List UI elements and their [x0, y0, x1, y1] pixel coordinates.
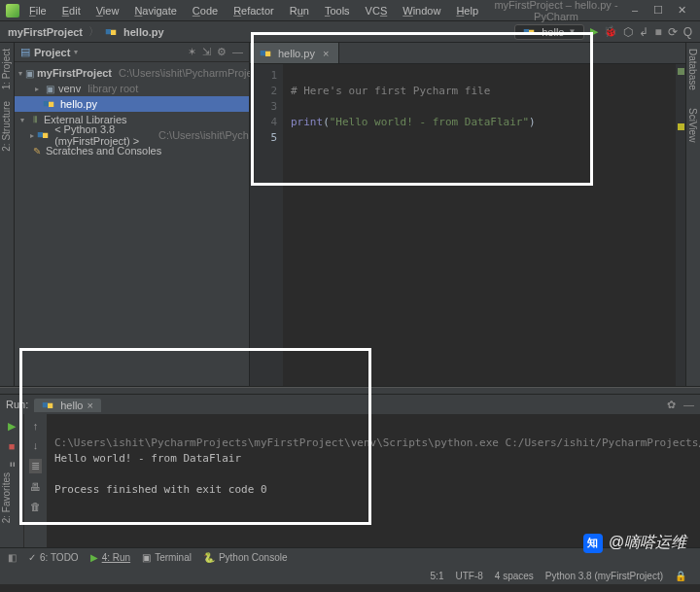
tool-tab-structure[interactable]: 2: Structure — [0, 95, 13, 157]
run-tool-window: Run: hello × ✿ — ▶ ■ ⏸ ↑ ↓ ≣ 🖶 🗑 C:\User… — [0, 386, 700, 547]
editor-content[interactable]: # Here's our first Pycharm file print("H… — [283, 64, 676, 386]
soft-wrap-icon[interactable]: ≣ — [29, 459, 42, 473]
menu-file[interactable]: FFileile — [23, 5, 52, 17]
tool-tab-todo[interactable]: ✓6: TODO — [28, 552, 79, 563]
window-title: myFirstProject – hello.py - PyCharm — [488, 0, 624, 22]
menu-window[interactable]: Window — [397, 5, 446, 17]
marker-ok-icon — [678, 68, 684, 75]
console-output[interactable]: C:\Users\ishit\PycharmProjects\myFirstPr… — [47, 414, 700, 547]
tree-item-hello-py[interactable]: hello.py — [15, 96, 249, 112]
library-icon: ⫴ — [29, 114, 41, 125]
python-env-path: C:\Users\ishit\Pych — [158, 129, 249, 141]
console-exit-line: Process finished with exit code 0 — [54, 483, 267, 496]
trash-icon[interactable]: 🗑 — [30, 501, 41, 512]
zhihu-logo-icon: 知 — [583, 534, 603, 553]
editor-gutter[interactable]: 1 2 3 4 5 — [250, 64, 283, 386]
svg-rect-11 — [48, 403, 52, 408]
up-stack-icon[interactable]: ↑ — [33, 420, 39, 432]
window-minimize-icon[interactable]: – — [628, 4, 642, 17]
lock-icon[interactable]: 🔒 — [669, 571, 692, 581]
project-tool-window: ▤ Project ▾ ✶ ⇲ ⚙ — ▾ ▣ myFirstProject C… — [15, 43, 250, 386]
settings-icon[interactable]: ⚙ — [217, 46, 227, 58]
tree-item-venv[interactable]: venv — [58, 83, 81, 94]
tool-tab-python-console[interactable]: 🐍Python Console — [203, 552, 288, 563]
stop-button[interactable]: ■ — [654, 25, 661, 39]
close-tab-icon[interactable]: × — [323, 48, 329, 59]
code-line-1: # Here's our first Pycharm file — [291, 85, 490, 97]
python-icon — [37, 129, 49, 141]
status-encoding[interactable]: UTF-8 — [449, 571, 488, 581]
run-hide-icon[interactable]: — — [683, 399, 694, 411]
window-maximize-icon[interactable]: ☐ — [651, 4, 665, 17]
update-button[interactable]: ⟳ — [668, 25, 678, 39]
menu-edit[interactable]: Edit — [56, 5, 87, 17]
tool-tab-database[interactable]: Database — [686, 43, 699, 96]
hide-icon[interactable]: — — [232, 46, 243, 58]
editor-tab-hello-py[interactable]: hello.py × — [250, 43, 339, 63]
menu-run[interactable]: Run — [284, 5, 315, 17]
run-configuration-selector[interactable]: hello ▼ — [514, 24, 584, 40]
coverage-button[interactable]: ⬡ — [623, 25, 633, 39]
editor-area: hello.py × 1 2 3 4 5 # Here's our first … — [250, 43, 685, 386]
tool-tab-sciview[interactable]: SciView — [686, 102, 699, 148]
window-close-icon[interactable]: ✕ — [675, 4, 688, 17]
run-tab-hello[interactable]: hello × — [34, 399, 101, 412]
chevron-right-icon[interactable]: ▸ — [33, 85, 41, 93]
python-file-icon — [42, 400, 53, 411]
svg-rect-1 — [111, 29, 116, 34]
watermark: 知 @嘀嗒运维 — [583, 533, 686, 553]
collapse-icon[interactable]: ⇲ — [202, 46, 211, 58]
chevron-down-icon[interactable]: ▾ — [74, 48, 78, 56]
menu-tools[interactable]: Tools — [319, 5, 356, 17]
project-root[interactable]: myFirstProject — [37, 67, 112, 79]
tool-tab-run[interactable]: ▶4: Run — [90, 552, 130, 563]
python-file-icon — [523, 26, 535, 38]
python-file-icon — [43, 98, 54, 110]
rerun-button[interactable]: ▶ — [8, 420, 16, 433]
status-indent[interactable]: 4 spaces — [489, 571, 540, 581]
run-button[interactable]: ▶ — [590, 25, 598, 38]
tree-item-scratches[interactable]: Scratches and Consoles — [46, 145, 161, 157]
stop-button[interactable]: ■ — [9, 440, 16, 452]
debug-button[interactable]: 🐞 — [604, 25, 617, 38]
run-console-toolbar: ↑ ↓ ≣ 🖶 🗑 — [23, 414, 47, 547]
pycharm-logo-icon — [6, 4, 19, 17]
bottom-tabs-icon[interactable]: ◧ — [8, 552, 17, 563]
menu-navigate[interactable]: Navigate — [128, 5, 182, 17]
project-tree[interactable]: ▾ ▣ myFirstProject C:\Users\ishit\Pychar… — [15, 62, 249, 158]
print-icon[interactable]: 🖶 — [30, 481, 41, 493]
tree-item-python-env[interactable]: < Python 3.8 (myFirstProject) > — [54, 123, 152, 147]
chevron-right-icon[interactable]: ▸ — [29, 131, 34, 140]
chevron-down-icon[interactable]: ▾ — [18, 69, 22, 78]
down-stack-icon[interactable]: ↓ — [33, 439, 39, 451]
status-python[interactable]: Python 3.8 (myFirstProject) — [540, 571, 669, 581]
svg-rect-6 — [38, 132, 43, 137]
editor-tab-bar: hello.py × — [250, 43, 685, 64]
run-settings-icon[interactable]: ✿ — [667, 399, 676, 411]
project-panel-title[interactable]: Project — [34, 47, 70, 58]
menu-help[interactable]: Help — [450, 5, 484, 17]
main-area: 1: Project 2: Structure ▤ Project ▾ ✶ ⇲ … — [0, 43, 700, 386]
gear-icon[interactable]: ✶ — [188, 46, 196, 58]
chevron-right-icon: 〉 — [87, 24, 101, 39]
chevron-down-icon[interactable]: ▾ — [18, 116, 26, 124]
breadcrumb-file[interactable]: hello.py — [123, 26, 164, 38]
editor-marker-bar[interactable] — [676, 64, 685, 386]
tool-tab-project[interactable]: 1: Project — [0, 43, 13, 95]
python-file-icon — [260, 48, 271, 59]
menu-view[interactable]: View — [90, 5, 125, 17]
status-line-col[interactable]: 5:1 — [425, 571, 450, 581]
search-everywhere-button[interactable]: Q — [683, 25, 692, 39]
close-tab-icon[interactable]: × — [88, 400, 93, 411]
tool-tab-favorites[interactable]: 2: Favorites — [0, 467, 13, 529]
attach-button[interactable]: ↲ — [639, 25, 648, 39]
menu-code[interactable]: Code — [187, 5, 224, 17]
tool-tab-terminal[interactable]: ▣Terminal — [142, 552, 192, 563]
breadcrumb-project[interactable]: myFirstProject — [8, 26, 83, 38]
svg-rect-8 — [261, 51, 265, 55]
svg-rect-5 — [49, 102, 53, 107]
svg-rect-10 — [43, 402, 48, 407]
svg-rect-2 — [524, 29, 529, 34]
menu-vcs[interactable]: VCS — [360, 5, 394, 17]
menu-refactor[interactable]: Refactor — [228, 5, 280, 17]
